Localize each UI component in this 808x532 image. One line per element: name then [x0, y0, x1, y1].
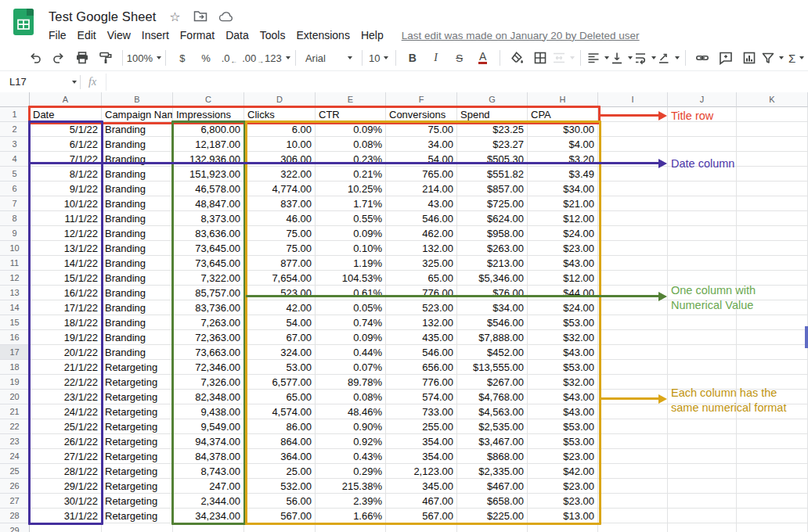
- row-header-26[interactable]: 26: [0, 479, 30, 494]
- cell-J21[interactable]: [668, 404, 737, 419]
- name-box[interactable]: L17: [0, 76, 77, 88]
- cell-K4[interactable]: [737, 152, 808, 167]
- cell-D14[interactable]: 42.00: [244, 300, 316, 315]
- cell-D1[interactable]: Clicks: [244, 107, 316, 122]
- cell-G8[interactable]: $624.00: [457, 211, 528, 226]
- cell-G25[interactable]: $2,335.00: [457, 464, 528, 479]
- cell-K1[interactable]: [737, 107, 808, 122]
- cell-A9[interactable]: 12/1/22: [30, 226, 102, 241]
- cell-H2[interactable]: $30.00: [528, 122, 598, 137]
- cell-E9[interactable]: 0.09%: [316, 226, 386, 241]
- cell-F1[interactable]: Conversions: [386, 107, 457, 122]
- cell-H20[interactable]: $43.00: [528, 390, 598, 404]
- cell-I27[interactable]: [598, 494, 668, 509]
- cell-D12[interactable]: 7,654.00: [244, 271, 316, 286]
- cell-C28[interactable]: 34,234.00: [173, 509, 244, 523]
- column-header-I[interactable]: I: [598, 92, 668, 107]
- cell-C22[interactable]: 9,549.00: [173, 419, 244, 434]
- cell-D10[interactable]: 75.00: [244, 241, 316, 256]
- cell-E25[interactable]: 0.29%: [316, 464, 386, 479]
- cell-D25[interactable]: 25.00: [244, 464, 316, 479]
- cell-H24[interactable]: $23.00: [528, 449, 598, 464]
- cell-C1[interactable]: Impressions: [173, 107, 244, 122]
- cell-J9[interactable]: [668, 226, 737, 241]
- cell-K25[interactable]: [737, 464, 808, 479]
- cell-G4[interactable]: $505.30: [457, 152, 528, 167]
- cell-D5[interactable]: 322.00: [244, 167, 316, 182]
- cell-J7[interactable]: [668, 196, 737, 211]
- cell-H23[interactable]: $53.00: [528, 434, 598, 449]
- cell-G23[interactable]: $3,467.00: [457, 434, 528, 449]
- cell-E21[interactable]: 48.46%: [316, 404, 386, 419]
- cell-C18[interactable]: 72,346.00: [173, 360, 244, 375]
- cell-K24[interactable]: [737, 449, 808, 464]
- cell-G29[interactable]: [457, 523, 528, 532]
- cell-H21[interactable]: $43.00: [528, 404, 598, 419]
- cell-F12[interactable]: 65.00: [386, 271, 457, 286]
- cell-H13[interactable]: $44.00: [528, 286, 598, 300]
- cell-H8[interactable]: $12.00: [528, 211, 598, 226]
- cell-I29[interactable]: [598, 523, 668, 532]
- cell-B9[interactable]: Branding: [102, 226, 173, 241]
- cell-I22[interactable]: [598, 419, 668, 434]
- cell-J13[interactable]: [668, 286, 737, 300]
- cell-G7[interactable]: $725.00: [457, 196, 528, 211]
- cell-G18[interactable]: $13,555.00: [457, 360, 528, 375]
- cell-A29[interactable]: [30, 523, 102, 532]
- cell-K21[interactable]: [737, 404, 808, 419]
- row-header-4[interactable]: 4: [0, 152, 30, 167]
- cell-J27[interactable]: [668, 494, 737, 509]
- cell-A20[interactable]: 23/1/22: [30, 390, 102, 404]
- cell-K2[interactable]: [737, 122, 808, 137]
- cell-B17[interactable]: Branding: [102, 345, 173, 360]
- cell-E4[interactable]: 0.23%: [316, 152, 386, 167]
- cell-B10[interactable]: Branding: [102, 241, 173, 256]
- cell-D26[interactable]: 532.00: [244, 479, 316, 494]
- cell-K29[interactable]: [737, 523, 808, 532]
- move-folder-icon[interactable]: [193, 9, 207, 23]
- cell-J17[interactable]: [668, 345, 737, 360]
- cell-H17[interactable]: $43.00: [528, 345, 598, 360]
- font-size-button[interactable]: 10: [367, 49, 391, 67]
- cell-G3[interactable]: $23.27: [457, 137, 528, 152]
- cell-J3[interactable]: [668, 137, 737, 152]
- cell-D28[interactable]: 567.00: [244, 509, 316, 523]
- cell-K22[interactable]: [737, 419, 808, 434]
- cell-E15[interactable]: 0.74%: [316, 315, 386, 330]
- cell-G21[interactable]: $4,563.00: [457, 404, 528, 419]
- cell-D9[interactable]: 75.00: [244, 226, 316, 241]
- cell-D11[interactable]: 877.00: [244, 256, 316, 271]
- row-header-20[interactable]: 20: [0, 390, 30, 404]
- cell-I28[interactable]: [598, 509, 668, 523]
- cell-H5[interactable]: $3.49: [528, 167, 598, 182]
- cell-F21[interactable]: 733.00: [386, 404, 457, 419]
- cell-A26[interactable]: 29/1/22: [30, 479, 102, 494]
- column-header-A[interactable]: A: [30, 92, 102, 107]
- cell-C20[interactable]: 82,348.00: [173, 390, 244, 404]
- cell-A16[interactable]: 19/1/22: [30, 330, 102, 345]
- cell-C8[interactable]: 8,373.00: [173, 211, 244, 226]
- cell-B25[interactable]: Retargeting: [102, 464, 173, 479]
- cell-J1[interactable]: [668, 107, 737, 122]
- cell-H15[interactable]: $53.00: [528, 315, 598, 330]
- cell-D19[interactable]: 6,577.00: [244, 375, 316, 390]
- cell-H14[interactable]: $24.00: [528, 300, 598, 315]
- cell-K28[interactable]: [737, 509, 808, 523]
- cell-H22[interactable]: $53.00: [528, 419, 598, 434]
- cell-G12[interactable]: $5,346.00: [457, 271, 528, 286]
- cell-E28[interactable]: 1.66%: [316, 509, 386, 523]
- cell-E14[interactable]: 0.05%: [316, 300, 386, 315]
- cell-F9[interactable]: 462.00: [386, 226, 457, 241]
- cell-J10[interactable]: [668, 241, 737, 256]
- cell-B21[interactable]: Retargeting: [102, 404, 173, 419]
- cell-D18[interactable]: 53.00: [244, 360, 316, 375]
- cell-G6[interactable]: $857.00: [457, 182, 528, 196]
- cell-D29[interactable]: [244, 523, 316, 532]
- cell-K10[interactable]: [737, 241, 808, 256]
- cell-K20[interactable]: [737, 390, 808, 404]
- cell-I9[interactable]: [598, 226, 668, 241]
- cell-E11[interactable]: 1.19%: [316, 256, 386, 271]
- cell-G24[interactable]: $868.00: [457, 449, 528, 464]
- row-header-28[interactable]: 28: [0, 509, 30, 523]
- cell-B29[interactable]: [102, 523, 173, 532]
